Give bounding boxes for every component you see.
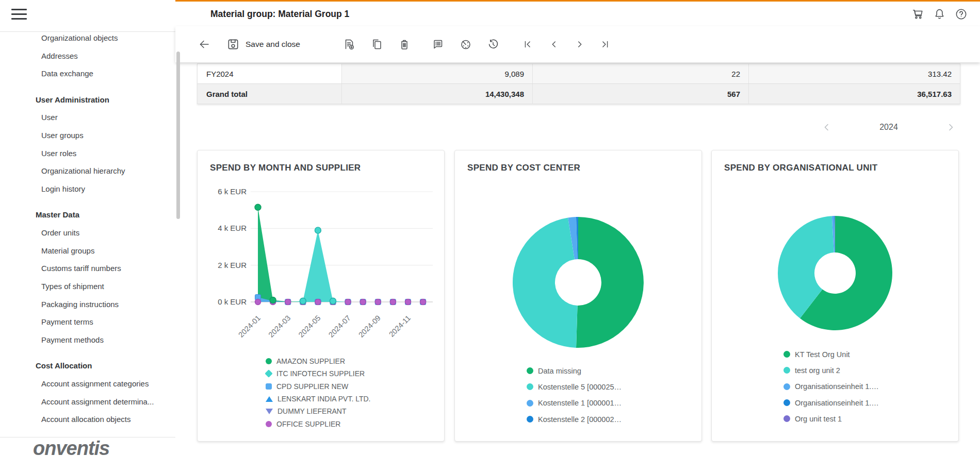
page-header: Material group: Material Group 1: [175, 2, 980, 27]
legend-item[interactable]: Organisationseinheit 1.…: [783, 379, 879, 395]
legend-item[interactable]: Org unit test 1: [783, 411, 879, 427]
legend-swatch: [266, 358, 272, 364]
sidebar-nav: Organizational objectsAddressesData exch…: [0, 29, 175, 429]
sidebar-item-order-units[interactable]: Order units: [0, 224, 175, 242]
year-next-icon[interactable]: [945, 122, 956, 132]
sidebar-item-organizational-objects[interactable]: Organizational objects: [0, 29, 175, 47]
spend-by-month-chart: 0 k EUR2 k EUR4 k EUR6 k EUR2024-012024-…: [198, 181, 444, 341]
summary-table: FY20249,08922313.42Grand total14,430,348…: [197, 63, 960, 104]
bell-icon[interactable]: [933, 8, 946, 21]
help-icon[interactable]: [955, 8, 968, 21]
year-prev-icon[interactable]: [822, 122, 832, 132]
legend-item[interactable]: DUMMY LIEFERANT: [266, 405, 371, 417]
legend-swatch: [783, 367, 790, 374]
vertical-scrollbar-thumb[interactable]: [176, 52, 180, 219]
hamburger-menu-icon[interactable]: [11, 9, 27, 20]
svg-text:6 k EUR: 6 k EUR: [218, 187, 247, 196]
first-record-button[interactable]: [518, 35, 537, 54]
copy-button[interactable]: [368, 35, 386, 54]
legend-item[interactable]: CPD SUPPLIER NEW: [266, 380, 371, 393]
page-title: Material group: Material Group 1: [210, 2, 349, 26]
legend-item[interactable]: test org unit 2: [783, 362, 879, 378]
legend-swatch: [783, 399, 790, 406]
legend-swatch: [527, 367, 533, 374]
sidebar-item-payment-terms[interactable]: Payment terms: [0, 313, 175, 331]
svg-text:4 k EUR: 4 k EUR: [218, 224, 247, 232]
legend-swatch: [266, 383, 272, 390]
legend-item[interactable]: Kostenstelle 2 [000002…: [527, 411, 622, 427]
supplier-legend: AMAZON SUPPLIERITC INFOTECH SUPPLIERCPD …: [266, 355, 371, 430]
legend-swatch: [266, 421, 272, 427]
row-value: 9,089: [341, 64, 532, 83]
legend-label: Kostenstelle 5 [000025…: [538, 383, 622, 391]
legend-label: LENSKART INDIA PVT. LTD.: [277, 395, 371, 403]
nav-section: Cost AllocationAccount assignment catego…: [0, 357, 175, 429]
save-icon: [226, 38, 240, 51]
toolbar: Save and close: [175, 26, 980, 62]
legend-label: Org unit test 1: [795, 415, 842, 423]
save-and-close-button[interactable]: Save and close: [226, 35, 300, 54]
table-row[interactable]: Grand total14,430,34856736,517.63: [198, 83, 960, 104]
legend-swatch: [783, 415, 790, 422]
svg-text:2024-01: 2024-01: [237, 314, 262, 339]
sidebar-item-customs-tariff-numbers[interactable]: Customs tariff numbers: [0, 260, 175, 278]
sidebar-item-addresses[interactable]: Addresses: [0, 47, 175, 65]
sidebar-item-types-of-shipment[interactable]: Types of shipment: [0, 278, 175, 296]
year-value: 2024: [879, 123, 898, 132]
sidebar-item-account-assignment-determina[interactable]: Account assignment determina...: [0, 393, 175, 411]
legend-swatch: [527, 383, 533, 390]
sidebar-item-account-assignment-categories[interactable]: Account assignment categories: [0, 375, 175, 393]
sidebar-item-data-exchange[interactable]: Data exchange: [0, 65, 175, 83]
sidebar: Organizational objectsAddressesData exch…: [0, 0, 176, 456]
legend-label: Organisationseinheit 1.…: [795, 382, 879, 391]
table-row[interactable]: FY20249,08922313.42: [198, 64, 960, 83]
content-area: Material group: Material Group 1: [175, 0, 980, 456]
new-document-button[interactable]: [340, 35, 358, 54]
next-record-button[interactable]: [570, 35, 589, 54]
last-record-button[interactable]: [596, 35, 614, 54]
comment-button[interactable]: [429, 35, 447, 54]
legend-item[interactable]: ITC INFOTECH SUPPLIER: [266, 367, 371, 380]
onventis-logo: onventis: [33, 437, 109, 456]
legend-item[interactable]: Data missing: [527, 363, 622, 379]
sidebar-item-user-groups[interactable]: User groups: [0, 127, 175, 145]
nav-section: Master DataOrder unitsMaterial groupsCus…: [0, 206, 175, 349]
legend-item[interactable]: Kostenstelle 5 [000025…: [527, 379, 622, 395]
organisational-unit-legend: KT Test Org Unittest org unit 2Organisat…: [783, 346, 879, 427]
legend-item[interactable]: Organisationseinheit 1.…: [783, 395, 879, 411]
gauge-button[interactable]: [456, 35, 475, 54]
legend-item[interactable]: LENSKART INDIA PVT. LTD.: [266, 393, 371, 405]
sidebar-item-organizational-hierarchy[interactable]: Organizational hierarchy: [0, 162, 175, 180]
row-value: 567: [532, 84, 748, 104]
legend-label: CPD SUPPLIER NEW: [276, 382, 348, 391]
sidebar-item-account-allocation-objects[interactable]: Account allocation objects: [0, 411, 175, 429]
legend-swatch: [266, 396, 273, 402]
row-value: 313.42: [748, 64, 960, 83]
sidebar-item-login-history[interactable]: Login history: [0, 180, 175, 198]
legend-swatch: [527, 416, 533, 423]
legend-label: ITC INFOTECH SUPPLIER: [276, 369, 365, 378]
legend-item[interactable]: OFFICE SUPPLIER: [266, 417, 371, 430]
sidebar-item-user[interactable]: User: [0, 109, 175, 127]
legend-item[interactable]: KT Test Org Unit: [783, 346, 879, 362]
svg-text:2024-09: 2024-09: [357, 314, 382, 339]
legend-item[interactable]: AMAZON SUPPLIER: [266, 355, 371, 367]
card-spend-by-month-and-supplier: SPEND BY MONTH AND SUPPLIER 0 k EUR2 k E…: [197, 150, 445, 442]
legend-label: test org unit 2: [795, 366, 840, 375]
svg-text:2024-05: 2024-05: [297, 314, 322, 339]
legend-label: Kostenstelle 2 [000002…: [538, 415, 622, 424]
legend-item[interactable]: Kostenstelle 1 [000001…: [527, 395, 622, 411]
history-button[interactable]: [484, 35, 502, 54]
legend-label: AMAZON SUPPLIER: [276, 357, 345, 365]
delete-button[interactable]: [395, 35, 414, 54]
sidebar-item-packaging-instructions[interactable]: Packaging instructions: [0, 296, 175, 314]
cart-icon[interactable]: [911, 8, 924, 21]
sidebar-item-material-groups[interactable]: Material groups: [0, 242, 175, 260]
legend-label: DUMMY LIEFERANT: [277, 407, 347, 415]
svg-text:2 k EUR: 2 k EUR: [218, 261, 247, 269]
sidebar-item-payment-methods[interactable]: Payment methods: [0, 331, 175, 349]
sidebar-item-user-roles[interactable]: User roles: [0, 145, 175, 163]
back-button[interactable]: [195, 35, 214, 54]
svg-text:2024-03: 2024-03: [267, 314, 292, 339]
previous-record-button[interactable]: [545, 35, 563, 54]
